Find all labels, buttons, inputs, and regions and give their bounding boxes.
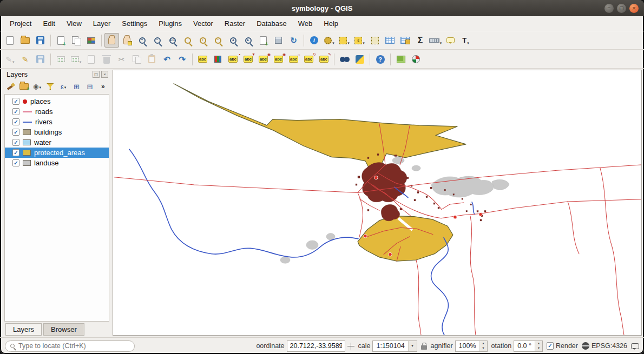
layout-manager-button[interactable] — [69, 33, 83, 48]
modify-attributes-button[interactable] — [84, 52, 98, 66]
menu-project[interactable]: Project — [4, 18, 37, 29]
vertex-tool-button[interactable]: ▾ — [69, 52, 83, 66]
layer-checkbox[interactable]: ✓ — [12, 149, 19, 156]
pan-map-button[interactable] — [104, 33, 119, 48]
layer-row-places[interactable]: ✓ places — [5, 96, 109, 106]
filter-by-expression-button[interactable]: ε▾ — [58, 81, 69, 92]
titlebar[interactable]: symbology - QGIS − ◻ × — [0, 0, 644, 16]
quickmap-plugin-button[interactable] — [393, 52, 408, 66]
compass-plugin-button[interactable] — [409, 52, 423, 66]
menu-edit[interactable]: Edit — [37, 18, 60, 29]
layer-checkbox[interactable]: ✓ — [12, 98, 19, 105]
spin-down-icon[interactable]: ▼ — [480, 346, 487, 351]
open-attribute-table-button[interactable] — [383, 33, 397, 48]
layer-checkbox[interactable]: ✓ — [12, 108, 19, 115]
menu-web[interactable]: Web — [293, 18, 318, 29]
select-by-expression-button[interactable]: ε▾ — [352, 33, 367, 48]
layer-row-roads[interactable]: ✓ roads — [5, 106, 109, 117]
label-single-button[interactable]: abc• — [226, 52, 240, 66]
scale-combo[interactable]: 1:150104 ▾ — [372, 340, 417, 352]
collapse-all-button[interactable]: ⊟ — [84, 81, 95, 92]
layer-checkbox[interactable]: ✓ — [12, 139, 19, 146]
statistical-summary-button[interactable]: Σ — [413, 33, 428, 48]
lock-scale-icon[interactable] — [421, 345, 427, 350]
zoom-last-button[interactable]: ◂ — [226, 33, 240, 48]
menu-layer[interactable]: Layer — [88, 18, 116, 29]
change-label-button[interactable]: abc✎ — [317, 52, 331, 66]
new-project-button[interactable] — [3, 33, 17, 48]
menu-settings[interactable]: Settings — [116, 18, 153, 29]
add-feature-button[interactable] — [54, 52, 68, 66]
deselect-features-button[interactable] — [367, 33, 382, 48]
new-print-layout-button[interactable] — [54, 33, 68, 48]
panel-toolbar-overflow-button[interactable]: » — [98, 81, 108, 92]
panel-close-button[interactable]: × — [101, 71, 108, 78]
zoom-to-layer-button[interactable]: − — [211, 33, 225, 48]
paste-features-button[interactable] — [144, 52, 159, 66]
rotate-label-button[interactable]: abc↻ — [301, 52, 316, 66]
text-annotation-button[interactable]: T▾ — [458, 33, 473, 48]
show-hide-labels-button[interactable]: abc◉ — [271, 52, 286, 66]
minimize-button[interactable]: − — [604, 4, 614, 13]
highlight-pinned-labels-button[interactable]: abc◉ — [256, 52, 271, 66]
layer-row-landuse[interactable]: ✓ landuse — [5, 158, 109, 168]
menu-help[interactable]: Help — [318, 18, 344, 29]
move-label-button[interactable]: abc↔ — [286, 52, 301, 66]
manage-map-themes-button[interactable]: ◉▾ — [32, 81, 42, 92]
delete-selected-button[interactable] — [99, 52, 114, 66]
locator-box[interactable] — [5, 340, 135, 352]
layer-checkbox[interactable]: ✓ — [12, 118, 19, 125]
scale-dropdown-button[interactable]: ▾ — [408, 341, 417, 351]
run-feature-action-button[interactable]: ▾ — [322, 33, 337, 48]
open-layer-styling-button[interactable] — [5, 81, 16, 92]
metasearch-button[interactable] — [337, 52, 352, 66]
field-calculator-button[interactable] — [398, 33, 412, 48]
zoom-in-button[interactable]: + — [135, 33, 149, 48]
zoom-full-button[interactable] — [180, 33, 195, 48]
messages-icon[interactable] — [631, 343, 639, 349]
zoom-to-selection-button[interactable]: • — [195, 33, 210, 48]
cut-features-button[interactable]: ✂ — [114, 52, 129, 66]
save-layer-edits-button[interactable] — [33, 52, 48, 66]
layer-row-buildings[interactable]: ✓ buildings — [5, 127, 109, 137]
locate-input[interactable] — [17, 342, 129, 350]
map-canvas[interactable] — [113, 70, 642, 336]
pan-to-selection-button[interactable] — [120, 33, 134, 48]
render-checkbox[interactable]: ✓ — [547, 342, 554, 350]
layer-labeling-options-button[interactable]: abc — [195, 52, 210, 66]
pin-labels-button[interactable]: abc▼ — [241, 52, 255, 66]
magnifier-spin-arrows[interactable]: ▲ ▼ — [479, 341, 487, 351]
menu-raster[interactable]: Raster — [219, 18, 251, 29]
layer-row-protected-areas[interactable]: ✓ protected_areas — [5, 148, 109, 158]
menu-database[interactable]: Database — [251, 18, 292, 29]
redo-button[interactable]: ↷ — [175, 52, 189, 66]
add-group-button[interactable] — [18, 81, 29, 92]
undo-button[interactable]: ↶ — [160, 52, 174, 66]
toggle-editing-button[interactable]: ✎ — [18, 52, 32, 66]
filter-legend-button[interactable] — [45, 81, 55, 92]
zoom-out-button[interactable]: − — [150, 33, 165, 48]
new-map-view-button[interactable] — [256, 33, 271, 48]
extent-crosshair-icon[interactable] — [347, 343, 354, 350]
python-console-button[interactable] — [352, 52, 367, 66]
save-project-button[interactable] — [33, 33, 48, 48]
maximize-button[interactable]: ◻ — [617, 4, 626, 13]
coordinate-input[interactable] — [287, 340, 345, 352]
help-contents-button[interactable]: ? — [373, 52, 387, 66]
map-tips-button[interactable] — [443, 33, 458, 48]
spin-up-icon[interactable]: ▲ — [480, 341, 487, 346]
layer-diagram-options-button[interactable] — [211, 52, 225, 66]
close-button[interactable]: × — [629, 4, 639, 13]
measure-button[interactable]: ▾ — [428, 33, 443, 48]
zoom-native-button[interactable]: 1:1 — [165, 33, 180, 48]
panel-float-button[interactable]: ◻ — [93, 71, 100, 78]
zoom-next-button[interactable]: ▸ — [241, 33, 255, 48]
spin-up-icon[interactable]: ▲ — [535, 341, 542, 346]
refresh-button[interactable]: ↻ — [286, 33, 301, 48]
identify-features-button[interactable]: i — [307, 33, 321, 48]
menu-view[interactable]: View — [61, 18, 87, 29]
tab-layers[interactable]: Layers — [5, 323, 42, 336]
new-3d-map-view-button[interactable] — [271, 33, 286, 48]
copy-features-button[interactable] — [129, 52, 144, 66]
magnifier-spinbox[interactable]: 100% ▲ ▼ — [455, 340, 488, 352]
